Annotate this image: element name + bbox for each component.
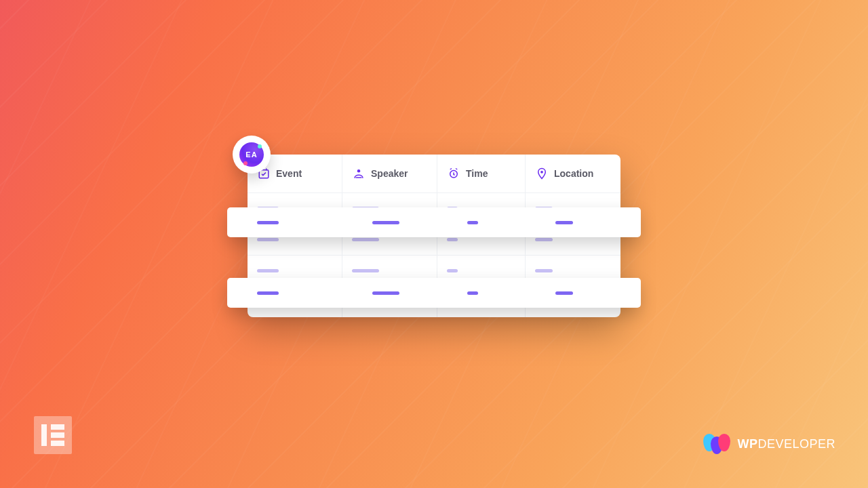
cell-placeholder (526, 291, 641, 295)
placeholder-bar (467, 291, 478, 295)
header-cell-time: Time (437, 155, 526, 193)
header-label: Event (276, 168, 302, 179)
wp-suffix: DEVELOPER (757, 437, 835, 451)
placeholder-bar (257, 238, 279, 241)
header-label: Time (466, 168, 488, 179)
placeholder-bar (352, 238, 379, 241)
placeholder-bar (257, 291, 279, 295)
header-label: Location (554, 168, 593, 179)
logo-drop (718, 434, 730, 451)
table-row-highlight (227, 207, 641, 237)
table-header-row: Event Speaker Time Location (248, 155, 620, 193)
wpdeveloper-mark-icon (703, 432, 730, 455)
placeholder-bar (467, 221, 478, 224)
placeholder-bar (535, 238, 553, 241)
placeholder-bar (535, 269, 553, 272)
cell-placeholder (227, 291, 342, 295)
ea-badge-text: EA (245, 150, 257, 159)
placeholder-bar (555, 221, 573, 224)
ea-badge: EA (233, 136, 271, 174)
header-cell-location: Location (526, 155, 620, 193)
header-cell-speaker: Speaker (342, 155, 437, 193)
ea-badge-inner: EA (239, 142, 264, 167)
data-table-card: Event Speaker Time Location (248, 155, 620, 317)
placeholder-bar (372, 291, 399, 295)
logo-bar (51, 424, 64, 430)
placeholder-bar (257, 269, 279, 272)
wpdeveloper-logo: WPDEVELOPER (703, 432, 835, 455)
table-row-highlight (227, 278, 641, 308)
cell-placeholder (437, 221, 526, 224)
placeholder-bar (447, 238, 458, 241)
placeholder-bar (352, 269, 379, 272)
wpdeveloper-text: WPDEVELOPER (737, 437, 835, 451)
cell-placeholder (227, 221, 342, 224)
logo-bar (51, 441, 64, 446)
location-pin-icon (535, 167, 549, 180)
table-card-wrap: EA Event Speaker Time (248, 155, 620, 317)
elementor-logo (34, 416, 72, 454)
wp-prefix: WP (737, 437, 757, 451)
cell-placeholder (342, 291, 437, 295)
cell-placeholder (342, 221, 437, 224)
placeholder-bar (257, 221, 279, 224)
cell-placeholder (437, 291, 526, 295)
svg-point-1 (357, 169, 361, 173)
logo-bar (51, 432, 64, 438)
logo-bars (51, 424, 64, 446)
clock-icon (447, 167, 460, 180)
placeholder-bar (447, 269, 458, 272)
user-icon (352, 167, 366, 180)
header-label: Speaker (371, 168, 408, 179)
placeholder-bar (555, 291, 573, 295)
svg-point-3 (540, 171, 543, 174)
placeholder-bar (372, 221, 399, 224)
logo-bar (41, 424, 47, 446)
cell-placeholder (526, 221, 641, 224)
